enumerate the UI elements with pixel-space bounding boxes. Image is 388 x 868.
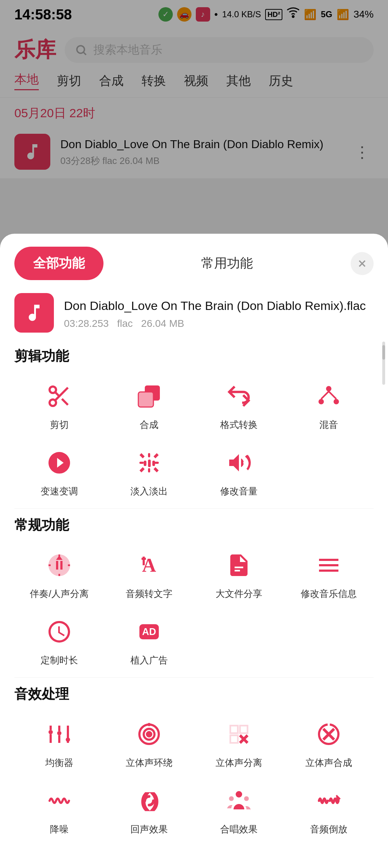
section-heading-edit: 剪辑功能 <box>14 347 374 365</box>
svg-line-25 <box>154 468 158 471</box>
surround-icon <box>132 717 166 751</box>
svg-point-29 <box>243 462 245 464</box>
combine-icon <box>132 379 166 414</box>
svg-line-22 <box>140 454 144 457</box>
modal-overlay: 全部功能 常用功能 Don Diablo_Love On The Brain (… <box>0 0 388 868</box>
feature-equalizer[interactable]: 均衡器 <box>14 713 104 773</box>
svg-point-49 <box>229 796 234 801</box>
feature-large-share[interactable]: 大文件分享 <box>194 544 284 604</box>
feature-label-fade: 淡入淡出 <box>130 485 168 498</box>
svg-text:AD: AD <box>142 626 156 637</box>
feature-scissors[interactable]: 剪切 <box>14 375 104 435</box>
svg-line-16 <box>321 392 329 399</box>
feature-label-custom-duration: 定制时长 <box>41 654 78 667</box>
feature-denoise[interactable]: 降噪 <box>14 780 104 839</box>
feature-format-convert[interactable]: 格式转换 <box>194 375 284 435</box>
feature-label-denoise: 降噪 <box>50 823 69 836</box>
feature-volume[interactable]: 修改音量 <box>194 442 284 501</box>
svg-point-15 <box>334 399 339 405</box>
feature-audio-text[interactable]: A 音频转文字 <box>104 544 194 604</box>
modal-song-info: Don Diablo_Love On The Brain (Don Diablo… <box>64 297 366 329</box>
feature-label-audio-text: 音频转文字 <box>126 588 172 600</box>
scroll-thumb <box>382 345 385 360</box>
feature-stereo-merge[interactable]: 立体声合成 <box>284 713 374 773</box>
svg-line-8 <box>62 399 68 405</box>
chorus-icon <box>222 784 256 818</box>
feature-reverse[interactable]: 音频倒放 <box>284 780 374 839</box>
svg-point-6 <box>50 399 56 406</box>
effects-features-grid: 均衡器 立体声环绕 <box>14 713 374 839</box>
svg-point-14 <box>319 399 324 405</box>
modal-song-meta: 03:28.253 flac 26.04 MB <box>64 318 366 329</box>
feature-label-echo: 回声效果 <box>130 823 168 836</box>
feature-label-format-convert: 格式转换 <box>220 419 258 431</box>
svg-point-13 <box>326 386 332 392</box>
scroll-indicator <box>382 342 385 385</box>
feature-label-equalizer: 均衡器 <box>45 757 73 769</box>
svg-rect-19 <box>148 468 150 472</box>
svg-rect-21 <box>154 462 159 464</box>
svg-rect-28 <box>152 461 155 466</box>
svg-text:(: ( <box>142 791 147 810</box>
svg-point-44 <box>147 732 151 736</box>
svg-point-41 <box>66 737 70 742</box>
svg-line-17 <box>329 392 336 399</box>
common-functions-button[interactable]: 常用功能 <box>103 255 351 272</box>
svg-text:): ) <box>152 791 158 810</box>
feature-echo[interactable]: ( ) 回声效果 <box>104 780 194 839</box>
feature-edit-info[interactable]: 修改音乐信息 <box>284 544 374 604</box>
ad-insert-icon: AD <box>132 615 166 649</box>
svg-point-45 <box>148 723 151 726</box>
feature-label-mix: 混音 <box>319 419 338 431</box>
audio-text-icon: A <box>132 548 166 583</box>
feature-ad-insert[interactable]: AD 植入广告 <box>104 611 194 670</box>
vocal-separate-icon <box>42 548 77 583</box>
feature-custom-duration[interactable]: 定制时长 <box>14 611 104 670</box>
feature-label-chorus: 合唱效果 <box>220 823 258 836</box>
fade-icon <box>132 446 166 480</box>
feature-combine[interactable]: 合成 <box>104 375 194 435</box>
svg-point-5 <box>50 387 56 393</box>
svg-rect-20 <box>139 462 144 464</box>
feature-fade[interactable]: 淡入淡出 <box>104 442 194 501</box>
volume-icon <box>222 446 256 480</box>
scissors-icon <box>42 379 77 414</box>
modal-close-button[interactable] <box>351 252 374 275</box>
svg-line-23 <box>154 454 158 457</box>
feature-stereo-split[interactable]: 立体声分离 <box>194 713 284 773</box>
custom-duration-icon <box>42 615 77 649</box>
format-convert-icon <box>222 379 256 414</box>
svg-point-48 <box>236 791 242 798</box>
equalizer-icon <box>42 717 77 751</box>
feature-label-stereo-split: 立体声分离 <box>216 757 262 769</box>
divider-2 <box>14 677 374 678</box>
all-functions-button[interactable]: 全部功能 <box>14 247 103 280</box>
speed-tune-icon <box>42 446 77 480</box>
feature-speed-tune[interactable]: 变速变调 <box>14 442 104 501</box>
large-share-icon <box>222 548 256 583</box>
feature-label-speed-tune: 变速变调 <box>41 485 78 498</box>
regular-features-grid: 伴奏/人声分离 A 音频转文字 <box>14 544 374 670</box>
reverse-icon <box>311 784 346 818</box>
feature-surround[interactable]: 立体声环绕 <box>104 713 194 773</box>
modal-thumbnail <box>14 293 54 333</box>
feature-label-combine: 合成 <box>140 419 158 431</box>
modal-header: 全部功能 常用功能 <box>14 247 374 280</box>
section-heading-effects: 音效处理 <box>14 685 374 703</box>
feature-label-ad-insert: 植入广告 <box>130 654 168 667</box>
edit-features-grid: 剪切 合成 <box>14 375 374 501</box>
svg-rect-18 <box>148 453 150 457</box>
feature-chorus[interactable]: 合唱效果 <box>194 780 284 839</box>
feature-label-surround: 立体声环绕 <box>126 757 172 769</box>
feature-label-volume: 修改音量 <box>220 485 258 498</box>
feature-vocal-separate[interactable]: 伴奏/人声分离 <box>14 544 104 604</box>
svg-point-35 <box>48 730 53 734</box>
feature-mix[interactable]: 混音 <box>284 375 374 435</box>
stereo-split-icon <box>222 717 256 751</box>
svg-point-38 <box>57 731 61 735</box>
feature-label-edit-info: 修改音乐信息 <box>301 588 357 600</box>
mix-icon <box>311 379 346 414</box>
feature-modal: 全部功能 常用功能 Don Diablo_Love On The Brain (… <box>0 234 388 868</box>
modal-song-title: Don Diablo_Love On The Brain (Don Diablo… <box>64 297 366 315</box>
edit-info-icon <box>311 548 346 583</box>
